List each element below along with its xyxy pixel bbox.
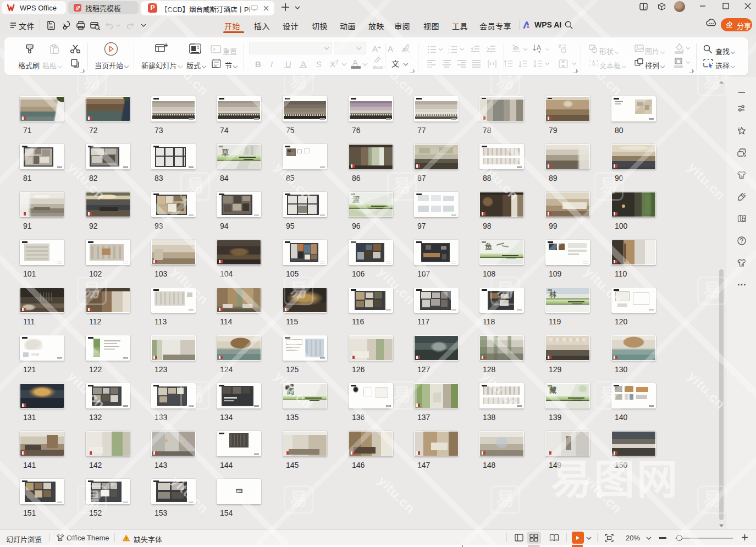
svg-text:A: A <box>592 60 595 67</box>
svg-text:A: A <box>537 44 541 52</box>
svg-text:ab: ab <box>513 46 518 51</box>
